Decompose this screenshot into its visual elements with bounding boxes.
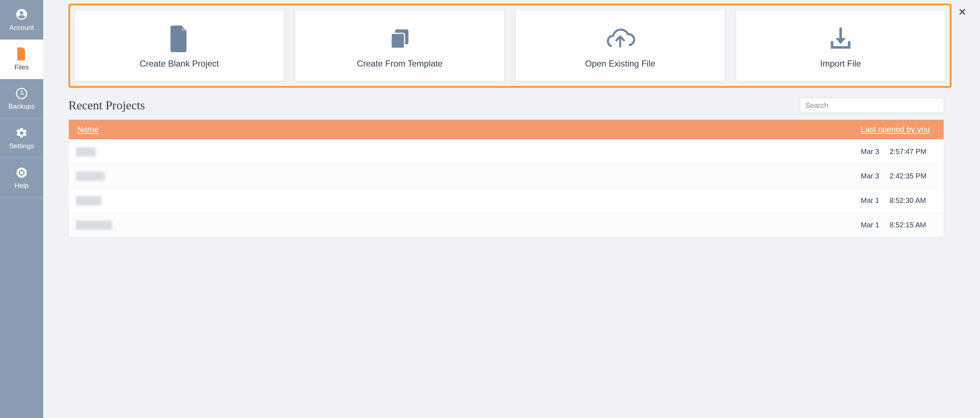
clock-icon xyxy=(16,87,28,100)
sidebar-item-label: Account xyxy=(10,24,34,32)
cell-name xyxy=(69,147,857,157)
sidebar-item-account[interactable]: Account xyxy=(0,0,43,40)
cell-date: Mar 1 xyxy=(857,196,889,205)
sidebar-item-help[interactable]: Help xyxy=(0,158,43,198)
cell-time: 2:42:35 PM xyxy=(889,172,943,180)
action-card-label: Create Blank Project xyxy=(140,59,219,69)
import-file-card[interactable]: Import File xyxy=(736,10,945,82)
action-card-label: Create From Template xyxy=(357,59,443,69)
column-header-name[interactable]: Name xyxy=(69,125,857,134)
gear-icon xyxy=(16,127,28,139)
sidebar-item-backups[interactable]: Backups xyxy=(0,79,43,119)
cell-name xyxy=(69,220,857,230)
import-icon xyxy=(827,23,854,55)
open-existing-file-card[interactable]: Open Existing File xyxy=(515,10,725,82)
life-ring-icon xyxy=(16,166,28,179)
sidebar-item-files[interactable]: Files xyxy=(0,40,43,79)
sidebar-item-label: Help xyxy=(14,182,29,190)
table-row[interactable]: Mar 32:57:47 PM xyxy=(69,139,943,164)
cell-time: 2:57:47 PM xyxy=(889,147,943,156)
sidebar-item-settings[interactable]: Settings xyxy=(0,119,43,158)
recent-projects-title: Recent Projects xyxy=(68,98,145,112)
main-content: Create Blank Project Create From Templat… xyxy=(43,0,980,418)
close-icon: ✕ xyxy=(958,6,966,17)
action-card-group: Create Blank Project Create From Templat… xyxy=(68,3,951,88)
sidebar: Account Files Backups Settings Help xyxy=(0,0,43,418)
table-row[interactable]: Mar 32:42:35 PM xyxy=(69,164,943,188)
sidebar-item-label: Settings xyxy=(10,142,34,150)
table-row[interactable]: Mar 18:52:15 AM xyxy=(69,212,943,237)
action-card-label: Open Existing File xyxy=(585,59,655,69)
user-circle-icon xyxy=(15,8,28,21)
cell-date: Mar 1 xyxy=(857,221,889,229)
create-blank-project-card[interactable]: Create Blank Project xyxy=(75,10,284,82)
close-button[interactable]: ✕ xyxy=(955,6,969,19)
sidebar-item-label: Files xyxy=(14,63,29,71)
file-icon xyxy=(16,48,27,60)
cell-date: Mar 3 xyxy=(857,172,889,180)
cell-date: Mar 3 xyxy=(857,147,889,156)
create-from-template-card[interactable]: Create From Template xyxy=(295,10,504,82)
column-header-last-opened[interactable]: Last opened by you xyxy=(857,125,943,134)
search-input[interactable] xyxy=(800,98,944,113)
recent-projects-table: Name Last opened by you Mar 32:57:47 PMM… xyxy=(68,119,944,238)
action-card-label: Import File xyxy=(820,59,861,69)
cell-time: 8:52:15 AM xyxy=(889,221,943,229)
sidebar-item-label: Backups xyxy=(9,103,35,111)
svg-rect-1 xyxy=(391,33,404,49)
cell-time: 8:52:30 AM xyxy=(889,196,943,205)
cloud-upload-icon xyxy=(605,23,636,55)
document-icon xyxy=(169,23,190,55)
table-header: Name Last opened by you xyxy=(69,120,943,139)
cell-name xyxy=(69,196,857,206)
table-row[interactable]: Mar 18:52:30 AM xyxy=(69,188,943,212)
copy-icon xyxy=(387,23,412,55)
cell-name xyxy=(69,172,857,181)
